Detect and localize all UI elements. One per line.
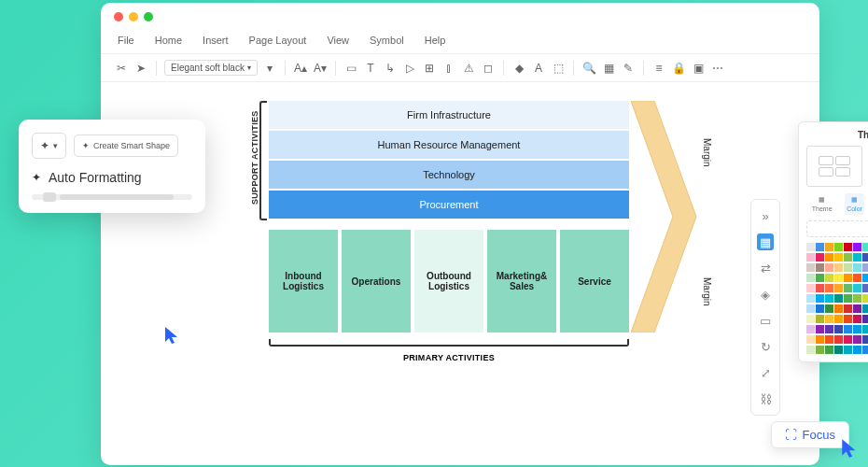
- tab-theme[interactable]: ▦Theme: [810, 193, 834, 215]
- slider[interactable]: [32, 194, 192, 200]
- page-icon[interactable]: ▭: [757, 312, 774, 329]
- palette-row[interactable]: Charm: [806, 253, 868, 262]
- pointer-icon[interactable]: ▷: [402, 61, 417, 76]
- margin-arrow[interactable]: Margin Margin: [631, 101, 701, 333]
- app-window: File Home Insert Page Layout View Symbol…: [101, 3, 819, 465]
- expand2-icon[interactable]: ⤢: [757, 364, 774, 381]
- crop-icon[interactable]: ⊞: [422, 61, 437, 76]
- menu-help[interactable]: Help: [425, 35, 446, 46]
- focus-button[interactable]: ⛶Focus: [771, 421, 849, 448]
- bar-tech[interactable]: Technology: [269, 161, 629, 189]
- box-inbound[interactable]: Inbound Logistics: [269, 230, 338, 333]
- scissors-icon[interactable]: ✂: [114, 61, 129, 76]
- palette-row[interactable]: Crystal: [806, 294, 868, 303]
- palette-row[interactable]: Opulent: [806, 335, 868, 344]
- shape-icon[interactable]: ▭: [343, 61, 358, 76]
- text-icon[interactable]: T: [363, 61, 378, 76]
- bar-proc[interactable]: Procurement: [269, 191, 629, 219]
- chart-icon[interactable]: ⫿: [441, 61, 456, 76]
- spark-button[interactable]: ✦▾: [32, 133, 66, 159]
- layers-icon[interactable]: ▣: [691, 61, 706, 76]
- more-icon[interactable]: ⋯: [710, 61, 725, 76]
- font-color-icon[interactable]: A: [531, 61, 546, 76]
- fill-icon[interactable]: ◆: [511, 61, 526, 76]
- spark2-icon: ✦: [32, 171, 41, 184]
- swap-icon[interactable]: ⇄: [757, 260, 774, 276]
- spark-icon: ✦: [40, 139, 49, 152]
- grid-icon[interactable]: ▦: [601, 61, 616, 76]
- maximize-icon[interactable]: [144, 12, 153, 21]
- focus-icon: ⛶: [785, 428, 797, 442]
- lock-icon[interactable]: 🔒: [671, 61, 686, 76]
- box-outbound[interactable]: Outbound Logistics: [414, 230, 483, 333]
- box-marketing[interactable]: Marketing& Sales: [487, 230, 556, 333]
- expand-icon[interactable]: »: [757, 207, 774, 224]
- menu-symbol[interactable]: Symbol: [370, 35, 404, 46]
- auto-format-popup: ✦▾ ✦Create Smart Shape ✦Auto Formatting: [19, 120, 205, 213]
- bar-hr[interactable]: Human Resource Management: [269, 131, 629, 159]
- align-icon[interactable]: ≡: [651, 61, 666, 76]
- create-smart-shape-button[interactable]: ✦Create Smart Shape: [74, 134, 178, 157]
- cursor-icon[interactable]: ➤: [133, 61, 148, 76]
- add-button[interactable]: +: [806, 220, 868, 237]
- support-bars: Firm Infrastructure Human Resource Manag…: [269, 101, 629, 220]
- font-select[interactable]: Elegant soft black▾: [164, 60, 258, 76]
- menu-bar: File Home Insert Page Layout View Symbol…: [101, 31, 819, 53]
- palette-row[interactable]: General: [806, 243, 868, 251]
- search-icon[interactable]: 🔍: [581, 61, 596, 76]
- warning-icon[interactable]: ⚠: [461, 61, 476, 76]
- history-icon[interactable]: ↻: [757, 338, 774, 355]
- theme-title: Theme: [806, 130, 868, 140]
- palette-row[interactable]: Tranquil: [806, 325, 868, 333]
- menu-layout[interactable]: Page Layout: [249, 35, 307, 46]
- chevron-down-icon: ▾: [247, 64, 251, 72]
- cursor-pointer2-icon: [840, 437, 861, 460]
- cursor-pointer-icon: [163, 325, 182, 346]
- canvas[interactable]: SUPPORT ACTIVITIES Firm Infrastructure H…: [101, 82, 819, 465]
- window-controls: [101, 3, 819, 31]
- connector-icon[interactable]: ↳: [383, 61, 398, 76]
- link-icon[interactable]: ⛓: [757, 390, 774, 407]
- theme-icon[interactable]: ▦: [757, 234, 774, 250]
- primary-label: PRIMARY ACTIVITIES: [269, 353, 629, 362]
- increase-font-icon[interactable]: A▴: [293, 61, 308, 76]
- support-label: SUPPORT ACTIVITIES: [250, 106, 259, 209]
- menu-view[interactable]: View: [327, 35, 349, 46]
- palette-row[interactable]: Broad: [806, 304, 868, 313]
- palette-row[interactable]: Placid: [806, 346, 868, 354]
- bookmark-icon[interactable]: ◻: [481, 61, 496, 76]
- crop2-icon[interactable]: ⬚: [551, 61, 566, 76]
- palette-row[interactable]: Sprinkle: [806, 315, 868, 323]
- palette-list: GeneralCharmAntiqueFreshLiveCrystalBroad…: [806, 243, 868, 354]
- right-sidebar: » ▦ ⇄ ◈ ▭ ↻ ⤢ ⛓: [750, 199, 780, 416]
- box-operations[interactable]: Operations: [342, 230, 411, 333]
- bracket-bottom-icon: [269, 339, 629, 347]
- close-icon[interactable]: [114, 12, 123, 21]
- smart-icon: ✦: [82, 141, 90, 150]
- font-size-down-icon[interactable]: ▾: [262, 61, 277, 76]
- menu-insert[interactable]: Insert: [203, 35, 229, 46]
- bracket-icon: [259, 101, 267, 220]
- palette-row[interactable]: Antique: [806, 263, 868, 272]
- decrease-font-icon[interactable]: A▾: [313, 61, 328, 76]
- pen-icon[interactable]: ✎: [621, 61, 636, 76]
- menu-home[interactable]: Home: [155, 35, 182, 46]
- primary-boxes: Inbound Logistics Operations Outbound Lo…: [269, 230, 629, 333]
- toolbar: ✂ ➤ Elegant soft black▾ ▾ A▴ A▾ ▭ T ↳ ▷ …: [101, 53, 819, 82]
- bar-firm[interactable]: Firm Infrastructure: [269, 101, 629, 129]
- box-service[interactable]: Service: [560, 230, 629, 333]
- auto-formatting-row[interactable]: ✦Auto Formatting: [32, 170, 192, 185]
- svg-marker-0: [631, 101, 696, 333]
- theme-preview[interactable]: [806, 146, 862, 187]
- menu-file[interactable]: File: [118, 35, 134, 46]
- slider-knob[interactable]: [43, 192, 56, 202]
- tab-color[interactable]: ▦Color: [845, 193, 864, 215]
- layer-icon[interactable]: ◈: [757, 286, 774, 303]
- theme-panel: Theme ▦ General Aa Arial ↳ General 1 💾 S…: [798, 121, 868, 362]
- palette-row[interactable]: Fresh: [806, 274, 868, 282]
- palette-row[interactable]: Live: [806, 284, 868, 292]
- minimize-icon[interactable]: [129, 12, 138, 21]
